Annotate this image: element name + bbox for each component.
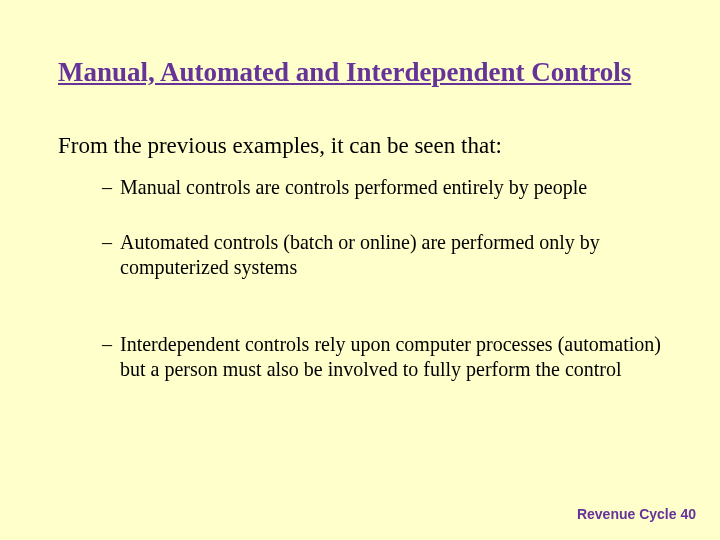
slide-footer: Revenue Cycle 40 [577, 506, 696, 522]
bullet-list: Manual controls are controls performed e… [58, 175, 662, 382]
list-item: Interdependent controls rely upon comput… [102, 332, 662, 382]
list-item: Manual controls are controls performed e… [102, 175, 662, 200]
slide: Manual, Automated and Interdependent Con… [0, 0, 720, 540]
slide-title: Manual, Automated and Interdependent Con… [58, 56, 662, 88]
intro-text: From the previous examples, it can be se… [58, 132, 662, 161]
list-item: Automated controls (batch or online) are… [102, 230, 662, 280]
